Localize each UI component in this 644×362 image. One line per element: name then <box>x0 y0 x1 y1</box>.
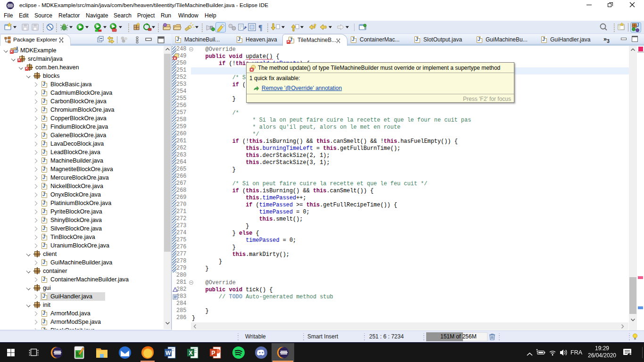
svg-text:¶: ¶ <box>258 24 263 32</box>
svg-text:J: J <box>16 46 18 50</box>
svg-text:J: J <box>636 23 639 28</box>
svg-text:W: W <box>165 350 171 356</box>
svg-text:P: P <box>212 350 215 356</box>
svg-text:X: X <box>189 350 193 356</box>
